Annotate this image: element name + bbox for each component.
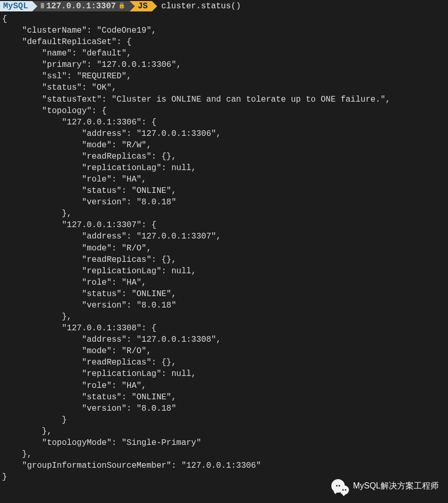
command-input[interactable]: cluster.status() [161, 1, 241, 12]
database-icon: ≣ [40, 2, 44, 11]
mysql-label: MySQL [3, 1, 28, 12]
wechat-icon [331, 477, 349, 495]
wechat-watermark: MySQL解决方案工程师 [331, 477, 439, 495]
host-text: 127.0.0.1:3307 [46, 1, 116, 12]
lang-label: JS [138, 1, 148, 12]
shell-prompt: MySQL ≣ 127.0.0.1:3307 🔒 JS cluster.stat… [0, 0, 448, 12]
mysql-badge: MySQL [0, 1, 32, 11]
watermark-text: MySQL解决方案工程师 [353, 480, 439, 492]
lock-icon: 🔒 [118, 2, 125, 10]
json-output: { "clusterName": "CodeOne19", "defaultRe… [0, 12, 448, 483]
host-badge: ≣ 127.0.0.1:3307 🔒 [32, 1, 130, 11]
